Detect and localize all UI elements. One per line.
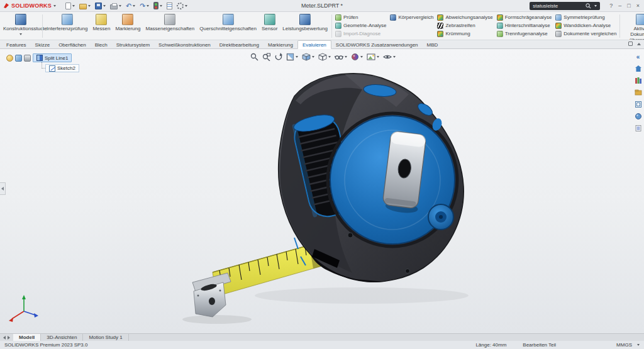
- select-button[interactable]: ↷: [140, 3, 149, 9]
- select-cursor-icon: ↷: [140, 3, 145, 9]
- tab-evaluate[interactable]: Evaluieren: [297, 40, 331, 49]
- chevron-down-icon: [345, 56, 347, 58]
- performance-evaluation-button[interactable]: Leistungsbewertung: [280, 13, 330, 39]
- solidworks-resources-icon[interactable]: [635, 65, 642, 72]
- zoom-fit-button[interactable]: [250, 53, 258, 61]
- check-active-document-button[interactable]: Aktives Dokument überprüfen: [622, 13, 644, 39]
- tree-item-split-line[interactable]: Split Line1: [33, 53, 72, 62]
- mass-properties-button[interactable]: Masseneigenschaften: [143, 13, 196, 39]
- parting-line-analysis-button[interactable]: Trennfugenanalyse: [497, 30, 552, 37]
- thickness-analysis-button[interactable]: Wanddicken-Analyse: [555, 22, 616, 29]
- section-view-button[interactable]: [286, 53, 298, 61]
- tab-motion-study[interactable]: Motion Study 1: [83, 334, 128, 341]
- search-input[interactable]: statusleiste: [533, 3, 582, 9]
- maximize-button[interactable]: □: [627, 3, 630, 9]
- tab-structure-system[interactable]: Struktursystem: [112, 41, 154, 48]
- tab-weldments[interactable]: Schweißkonstruktionen: [154, 41, 215, 48]
- pivot-wheel[interactable]: [428, 204, 453, 230]
- previous-view-button[interactable]: [274, 53, 282, 61]
- draft-analysis-button[interactable]: Formschrägeanalyse: [497, 14, 552, 21]
- tab-mbd[interactable]: MBD: [423, 41, 443, 48]
- view-palette-icon[interactable]: [635, 101, 642, 108]
- feature-manager-collapse-tab[interactable]: [0, 182, 6, 195]
- markup-button[interactable]: Markierung: [113, 13, 142, 39]
- file-properties-button[interactable]: [167, 3, 172, 9]
- tab-sheet-metal[interactable]: Blech: [91, 41, 112, 48]
- design-study-button[interactable]: Konstruktionsstudie: [1, 13, 40, 39]
- display-style-button[interactable]: [318, 53, 331, 61]
- graphics-area[interactable]: Split Line1 Sketch2 «: [0, 49, 644, 333]
- save-button[interactable]: [95, 3, 106, 9]
- curvature-button[interactable]: Krümmung: [437, 30, 492, 37]
- tape-end-hook[interactable]: [192, 273, 231, 317]
- check-entity-button[interactable]: Prüfen: [335, 14, 386, 21]
- edit-appearance-button[interactable]: [351, 53, 363, 61]
- command-manager-ribbon: Konstruktionsstudie Interferenzprüfung M…: [0, 12, 644, 40]
- design-library-icon[interactable]: [635, 77, 642, 84]
- deviation-analysis-button[interactable]: Abweichungsanalyse: [437, 14, 492, 21]
- geometry-analysis-icon: [335, 23, 341, 29]
- options-button[interactable]: [177, 3, 187, 9]
- task-pane-expand-icon[interactable]: «: [636, 54, 640, 60]
- compare-documents-button[interactable]: Dokumente vergleichen: [555, 30, 616, 37]
- parting-line-analysis-icon: [497, 31, 503, 37]
- sketch-icon: [49, 65, 55, 72]
- view-orientation-cube-icon: [302, 53, 311, 61]
- new-document-button[interactable]: [65, 3, 75, 9]
- check-icon: [335, 14, 341, 21]
- command-search-box[interactable]: statusleiste: [530, 2, 600, 10]
- close-button[interactable]: ×: [636, 3, 640, 9]
- minimize-button[interactable]: –: [618, 3, 621, 9]
- tab-model[interactable]: Modell: [13, 334, 41, 341]
- tab-features[interactable]: Features: [2, 41, 31, 48]
- tree-item-sketch[interactable]: Sketch2: [45, 64, 79, 72]
- scroll-left-icon[interactable]: [3, 336, 6, 340]
- undo-button[interactable]: ↶: [126, 3, 135, 9]
- rebuild-button[interactable]: [153, 2, 162, 9]
- zoom-area-button[interactable]: [262, 53, 270, 61]
- tab-surfaces[interactable]: Oberflächen: [54, 41, 91, 48]
- unit-system-selector[interactable]: MMGS: [616, 342, 632, 348]
- sensor-button[interactable]: Sensor: [260, 13, 279, 39]
- tab-direct-editing[interactable]: Direktbearbeitung: [215, 41, 264, 48]
- help-button[interactable]: ?: [609, 3, 613, 9]
- tab-addins[interactable]: SOLIDWORKS Zusatzanwendungen: [331, 41, 423, 48]
- view-settings-button[interactable]: [383, 53, 396, 61]
- symmetry-check-button[interactable]: Symmetrieprüfung: [555, 14, 616, 21]
- custom-properties-icon[interactable]: [635, 125, 642, 132]
- solidworks-logo[interactable]: SOLIDWORKS: [3, 3, 56, 9]
- interference-check-button[interactable]: Interferenzprüfung: [45, 13, 89, 39]
- zebra-stripes-button[interactable]: Zebrastreifen: [437, 22, 492, 29]
- tab-sketch[interactable]: Skizze: [31, 41, 55, 48]
- collapse-ribbon-icon[interactable]: [637, 43, 641, 45]
- hide-show-items-button[interactable]: [335, 53, 347, 61]
- measure-ruler-icon: [96, 14, 107, 25]
- search-icon: [586, 3, 591, 9]
- compare-bodies-button[interactable]: Körpervergleich: [390, 14, 433, 21]
- apply-scene-button[interactable]: [367, 53, 379, 61]
- view-orientation-button[interactable]: [302, 53, 314, 61]
- geometry-analysis-label: Geometrie-Analyse: [343, 23, 386, 28]
- chevron-down-icon[interactable]: [637, 344, 640, 346]
- tape-measure-model[interactable]: [0, 49, 644, 333]
- feature-tree-icon-1[interactable]: [6, 55, 13, 62]
- geometry-analysis-button[interactable]: Geometrie-Analyse: [335, 22, 386, 29]
- scroll-right-icon[interactable]: [8, 336, 10, 340]
- chevron-down-icon: [103, 5, 106, 7]
- appearances-scenes-icon[interactable]: [635, 113, 642, 120]
- file-explorer-icon[interactable]: [635, 89, 642, 96]
- pin-ribbon-icon[interactable]: [628, 42, 633, 46]
- tab-3d-views[interactable]: 3D-Ansichten: [41, 334, 83, 341]
- compare-documents-icon: [555, 31, 562, 37]
- chevron-down-icon: [72, 5, 75, 7]
- undercut-analysis-button[interactable]: Hinterschnittanalyse: [497, 22, 552, 29]
- tab-markup[interactable]: Markierung: [264, 41, 297, 48]
- print-button[interactable]: [110, 3, 121, 9]
- feature-tree-icon-3[interactable]: [24, 55, 31, 62]
- measure-button[interactable]: Messen: [91, 13, 112, 39]
- feature-tree-icon-2[interactable]: [15, 55, 22, 62]
- section-properties-button[interactable]: Querschnitteigenschaften: [197, 13, 258, 39]
- open-button[interactable]: [79, 3, 91, 9]
- mass-properties-label: Masseneigenschaften: [145, 26, 194, 32]
- check-tools-group: Prüfen Geometrie-Analyse Import-Diagnose: [334, 13, 387, 39]
